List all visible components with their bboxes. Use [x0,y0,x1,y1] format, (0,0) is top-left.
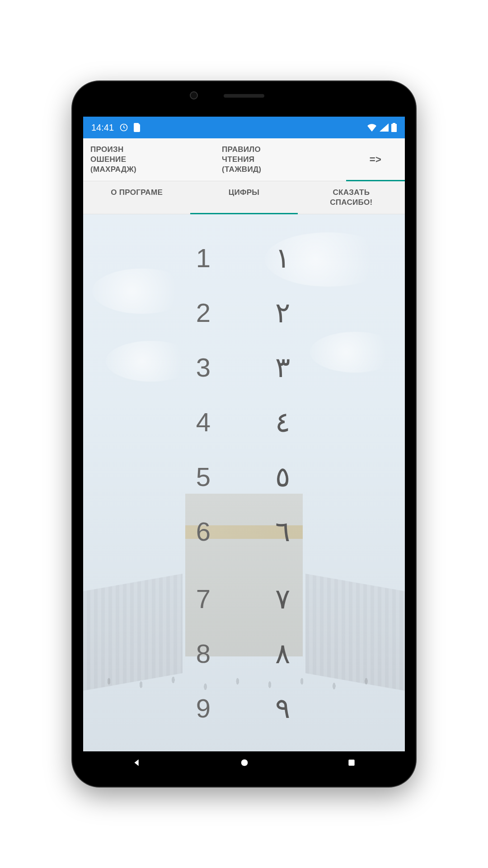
numeral-pair[interactable]: 2 ٢ [192,296,296,329]
camera-dot [190,91,198,99]
status-bar: 14:41 [83,117,405,138]
tab-label: О ПРОГРАМЕ [111,188,163,197]
tab-label: => [370,153,381,166]
device-frame: 14:41 [72,81,416,787]
tab-about[interactable]: О ПРОГРАМЕ [83,181,190,214]
nav-recent-icon[interactable] [347,758,356,769]
arabic-digit: ٦ [269,515,296,548]
western-digit: 3 [192,352,215,382]
nav-back-icon[interactable] [132,758,142,769]
content-area: 1 ١ 2 ٢ 3 ٣ 4 ٤ [83,214,405,751]
western-digit: 4 [192,407,215,437]
battery-icon [391,123,397,132]
arabic-digit: ١ [269,241,296,274]
numeral-pair[interactable]: 6 ٦ [192,515,296,548]
tab-row-2: О ПРОГРАМЕ ЦИФРЫ СКАЗАТЬ СПАСИБО! [83,181,405,214]
tab-label: ПРАВИЛО ЧТЕНИЯ (ТАЖВИД) [222,145,261,174]
tab-row-1: ПРОИЗН ОШЕНИЕ (МАХРАДЖ) ПРАВИЛО ЧТЕНИЯ (… [83,138,405,181]
tab-digits[interactable]: ЦИФРЫ [190,181,297,214]
numeral-pair[interactable]: 4 ٤ [192,406,296,439]
arabic-digit: ٩ [269,692,296,725]
numeral-pair[interactable]: 7 ٧ [192,582,296,615]
western-digit: 7 [192,584,215,614]
svg-rect-2 [348,760,354,765]
numeral-pair[interactable]: 8 ٨ [192,637,296,670]
tab-reading-rule[interactable]: ПРАВИЛО ЧТЕНИЯ (ТАЖВИД) [215,138,346,181]
android-navbar [83,751,405,776]
screen: 14:41 [83,117,405,751]
svg-point-1 [241,760,248,766]
arabic-digit: ٣ [269,351,296,384]
device-inner: 14:41 [80,90,408,778]
wifi-icon [367,123,377,132]
sim-icon [134,123,141,132]
western-digit: 2 [192,297,215,328]
tab-next-arrow[interactable]: => [346,138,405,181]
numerals-list[interactable]: 1 ١ 2 ٢ 3 ٣ 4 ٤ [83,214,405,751]
tab-label: СКАЗАТЬ СПАСИБО! [330,188,372,207]
arabic-digit: ٨ [269,637,296,670]
western-digit: 9 [192,693,215,723]
tab-pronunciation[interactable]: ПРОИЗН ОШЕНИЕ (МАХРАДЖ) [83,138,215,181]
arabic-digit: ٢ [269,296,296,329]
arabic-digit: ٤ [269,406,296,439]
signal-icon [380,123,389,132]
status-time: 14:41 [91,123,114,133]
western-digit: 6 [192,516,215,547]
western-digit: 8 [192,638,215,669]
tab-label: ПРОИЗН ОШЕНИЕ (МАХРАДЖ) [90,145,136,174]
numeral-pair[interactable]: 5 ٥ [192,460,296,493]
arabic-digit: ٥ [269,460,296,493]
speaker-grill [224,94,264,98]
clock-icon [119,123,128,132]
tab-label: ЦИФРЫ [229,188,260,197]
numeral-pair[interactable]: 9 ٩ [192,692,296,725]
nav-home-icon[interactable] [239,758,249,769]
arabic-digit: ٧ [269,582,296,615]
numeral-pair[interactable]: 3 ٣ [192,351,296,384]
western-digit: 1 [192,243,215,273]
western-digit: 5 [192,462,215,492]
numeral-pair[interactable]: 1 ١ [192,241,296,274]
tab-thanks[interactable]: СКАЗАТЬ СПАСИБО! [298,181,405,214]
